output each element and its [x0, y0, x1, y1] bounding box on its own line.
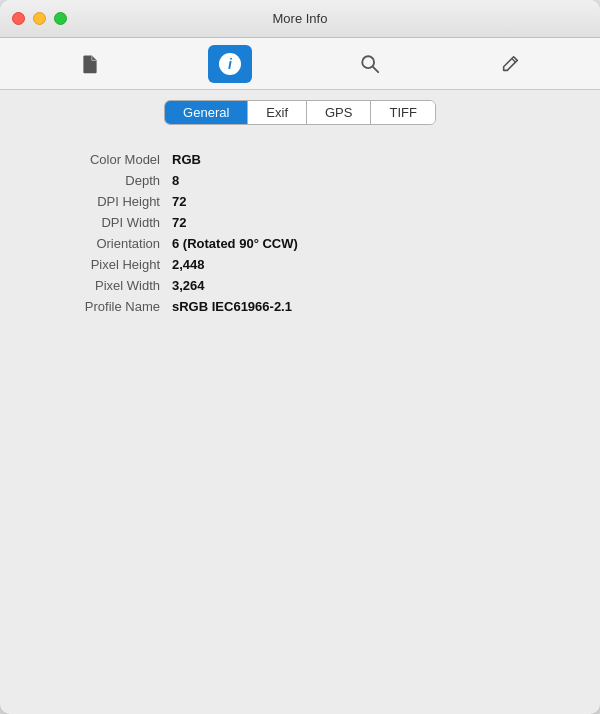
pencil-icon	[500, 54, 520, 74]
segment-bar: General Exif GPS TIFF	[0, 90, 600, 133]
maximize-button[interactable]	[54, 12, 67, 25]
info-value: 8	[172, 173, 179, 188]
info-label: Color Model	[20, 152, 160, 167]
info-label: Pixel Height	[20, 257, 160, 272]
toolbar-edit-button[interactable]	[488, 45, 532, 83]
tab-tiff[interactable]: TIFF	[371, 101, 434, 124]
window-title: More Info	[273, 11, 328, 26]
minimize-button[interactable]	[33, 12, 46, 25]
info-label: Profile Name	[20, 299, 160, 314]
toolbar-info-button[interactable]: i	[208, 45, 252, 83]
info-row: DPI Width72	[20, 212, 580, 233]
window: More Info i	[0, 0, 600, 714]
tab-gps[interactable]: GPS	[307, 101, 371, 124]
traffic-lights	[12, 12, 67, 25]
info-value: sRGB IEC61966-2.1	[172, 299, 292, 314]
toolbar-file-button[interactable]	[68, 45, 112, 83]
info-icon: i	[219, 53, 241, 75]
info-value: 6 (Rotated 90° CCW)	[172, 236, 298, 251]
info-row: Pixel Width3,264	[20, 275, 580, 296]
info-label: DPI Height	[20, 194, 160, 209]
toolbar: i	[0, 38, 600, 90]
info-row: Pixel Height2,448	[20, 254, 580, 275]
search-icon	[360, 54, 380, 74]
tab-general[interactable]: General	[165, 101, 248, 124]
info-value: 72	[172, 215, 186, 230]
title-bar: More Info	[0, 0, 600, 38]
info-row: Depth8	[20, 170, 580, 191]
info-row: Profile NamesRGB IEC61966-2.1	[20, 296, 580, 317]
tab-group: General Exif GPS TIFF	[164, 100, 436, 125]
info-table: Color ModelRGBDepth8DPI Height72DPI Widt…	[20, 149, 580, 317]
close-button[interactable]	[12, 12, 25, 25]
info-value: RGB	[172, 152, 201, 167]
info-label: Pixel Width	[20, 278, 160, 293]
tab-exif[interactable]: Exif	[248, 101, 307, 124]
info-row: Color ModelRGB	[20, 149, 580, 170]
info-value: 3,264	[172, 278, 205, 293]
content-area: Color ModelRGBDepth8DPI Height72DPI Widt…	[0, 133, 600, 714]
file-icon	[80, 54, 100, 74]
info-label: DPI Width	[20, 215, 160, 230]
info-row: Orientation6 (Rotated 90° CCW)	[20, 233, 580, 254]
info-label: Depth	[20, 173, 160, 188]
info-label: Orientation	[20, 236, 160, 251]
info-row: DPI Height72	[20, 191, 580, 212]
toolbar-search-button[interactable]	[348, 45, 392, 83]
info-value: 2,448	[172, 257, 205, 272]
svg-line-1	[373, 66, 378, 71]
info-value: 72	[172, 194, 186, 209]
